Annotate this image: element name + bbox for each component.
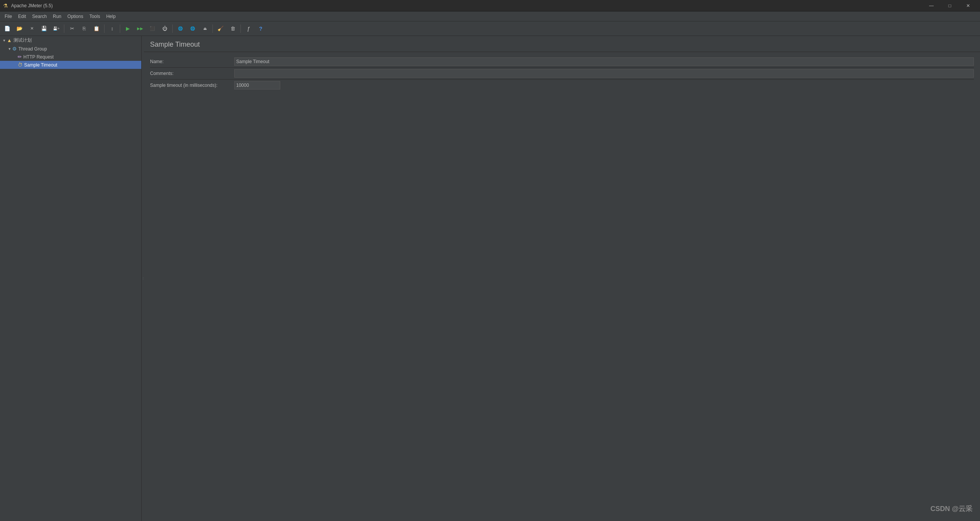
open-icon: 📂 xyxy=(16,26,23,31)
stop-icon: ⬛ xyxy=(150,26,155,31)
watermark: CSDN @云采 xyxy=(930,504,972,513)
toolbar-copy-button[interactable]: ⎘ xyxy=(78,23,90,34)
name-label: Name: xyxy=(150,59,234,64)
toolbar-remote-start-button[interactable]: 🌐 xyxy=(175,23,186,34)
function-icon: ƒ xyxy=(247,26,250,31)
tree-label-http-request: HTTP Request xyxy=(23,54,54,60)
left-panel: ▼ ▲ 测试计划 ▼ ⚙ Thread Group ▶ ✏ HTTP Reque… xyxy=(0,36,142,521)
clear-all-icon: 🗑 xyxy=(230,26,235,31)
content-header: Sample Timeout xyxy=(144,36,980,52)
toolbar-close-button[interactable]: ✕ xyxy=(26,23,38,34)
menu-help[interactable]: Help xyxy=(103,13,119,20)
tree-label-test-plan: 测试计划 xyxy=(13,37,32,44)
menu-search[interactable]: Search xyxy=(29,13,50,20)
form-row-name: Name: xyxy=(150,57,974,67)
form-divider-2 xyxy=(150,79,974,80)
shutdown-icon: ⏻ xyxy=(162,26,167,31)
content-title: Sample Timeout xyxy=(150,41,974,49)
maximize-button[interactable]: □ xyxy=(941,0,959,11)
expand-icon: ↕ xyxy=(111,26,114,31)
menu-tools[interactable]: Tools xyxy=(86,13,103,20)
main-container: ▼ ▲ 测试计划 ▼ ⚙ Thread Group ▶ ✏ HTTP Reque… xyxy=(0,36,980,521)
toolbar-remote-exit-button[interactable]: ⏏ xyxy=(199,23,211,34)
toolbar-separator-1 xyxy=(64,24,64,33)
comments-label: Comments: xyxy=(150,71,234,76)
form-row-timeout: Sample timeout (in milliseconds): xyxy=(150,80,974,90)
right-panel: Sample Timeout Name: Comments: Sample ti… xyxy=(144,36,980,521)
title-bar-left: ⚗ Apache JMeter (5.5) xyxy=(3,3,53,9)
http-request-icon: ✏ xyxy=(18,54,22,60)
test-plan-icon: ▲ xyxy=(7,37,12,43)
menu-options[interactable]: Options xyxy=(64,13,86,20)
timeout-label: Sample timeout (in milliseconds): xyxy=(150,83,234,88)
menu-run[interactable]: Run xyxy=(50,13,64,20)
toolbar-separator-5 xyxy=(212,24,213,33)
start-icon: ▶ xyxy=(126,26,130,31)
remote-exit-icon: ⏏ xyxy=(203,27,207,31)
new-icon: 📄 xyxy=(4,26,10,31)
menu-bar: File Edit Search Run Options Tools Help xyxy=(0,11,980,21)
paste-icon: 📋 xyxy=(93,26,100,31)
title-bar: ⚗ Apache JMeter (5.5) — □ ✕ xyxy=(0,0,980,11)
app-icon: ⚗ xyxy=(3,3,8,9)
title-bar-title: Apache JMeter (5.5) xyxy=(11,3,53,8)
toolbar-save-button[interactable]: 💾 xyxy=(38,23,50,34)
remote-start-icon: 🌐 xyxy=(178,27,183,31)
tree-item-thread-group[interactable]: ▼ ⚙ Thread Group xyxy=(0,45,141,53)
toolbar-remote-stop-button[interactable]: 🌐 xyxy=(187,23,198,34)
cut-icon: ✂ xyxy=(70,26,74,31)
toolbar-stop-button[interactable]: ⬛ xyxy=(147,23,158,34)
tree-item-sample-timeout[interactable]: ▶ ⏱ Sample Timeout xyxy=(0,61,141,69)
close-plan-icon: ✕ xyxy=(30,26,34,31)
toolbar-clear-button[interactable]: 🧹 xyxy=(215,23,226,34)
minimize-button[interactable]: — xyxy=(923,0,940,11)
tree-toggle-test-plan[interactable]: ▼ xyxy=(2,38,7,43)
tree-label-sample-timeout: Sample Timeout xyxy=(24,62,57,68)
sample-timeout-icon: ⏱ xyxy=(18,62,23,68)
clear-icon: 🧹 xyxy=(217,26,224,31)
toolbar-start-no-pause-button[interactable]: ▶▶ xyxy=(134,23,146,34)
start-no-pause-icon: ▶▶ xyxy=(137,27,143,31)
toolbar-shutdown-button[interactable]: ⏻ xyxy=(159,23,170,34)
toolbar-cut-button[interactable]: ✂ xyxy=(66,23,78,34)
tree-item-http-request[interactable]: ▶ ✏ HTTP Request xyxy=(0,53,141,61)
close-button[interactable]: ✕ xyxy=(959,0,977,11)
timeout-input[interactable] xyxy=(234,81,280,90)
remote-stop-icon: 🌐 xyxy=(190,27,195,31)
menu-file[interactable]: File xyxy=(2,13,15,20)
toolbar-paste-button[interactable]: 📋 xyxy=(91,23,102,34)
save-as-icon: 💾+ xyxy=(53,27,60,31)
toolbar-separator-6 xyxy=(240,24,241,33)
toolbar-save-as-button[interactable]: 💾+ xyxy=(51,23,62,34)
tree-toggle-thread-group[interactable]: ▼ xyxy=(7,46,12,52)
toolbar-clear-all-button[interactable]: 🗑 xyxy=(227,23,238,34)
toolbar-separator-3 xyxy=(120,24,120,33)
form-divider-1 xyxy=(150,67,974,68)
toolbar-separator-4 xyxy=(172,24,173,33)
toolbar-new-button[interactable]: 📄 xyxy=(2,23,13,34)
tree-label-thread-group: Thread Group xyxy=(18,46,47,52)
form-area: Name: Comments: Sample timeout (in milli… xyxy=(144,52,980,96)
copy-icon: ⎘ xyxy=(83,26,86,31)
save-icon: 💾 xyxy=(41,26,47,31)
thread-group-icon: ⚙ xyxy=(12,46,17,52)
form-row-comments: Comments: xyxy=(150,68,974,78)
toolbar-expand-button[interactable]: ↕ xyxy=(106,23,118,34)
toolbar-help-button[interactable]: ? xyxy=(255,23,266,34)
toolbar-start-button[interactable]: ▶ xyxy=(122,23,134,34)
help-icon: ? xyxy=(259,26,263,31)
title-bar-controls: — □ ✕ xyxy=(923,0,977,11)
menu-edit[interactable]: Edit xyxy=(15,13,29,20)
toolbar-separator-2 xyxy=(104,24,105,33)
toolbar-open-button[interactable]: 📂 xyxy=(14,23,25,34)
comments-input[interactable] xyxy=(234,69,974,78)
toolbar-function-button[interactable]: ƒ xyxy=(243,23,254,34)
tree-item-test-plan[interactable]: ▼ ▲ 测试计划 xyxy=(0,36,141,45)
toolbar: 📄 📂 ✕ 💾 💾+ ✂ ⎘ 📋 ↕ ▶ ▶▶ ⬛ xyxy=(0,21,980,36)
name-input[interactable] xyxy=(234,57,974,66)
